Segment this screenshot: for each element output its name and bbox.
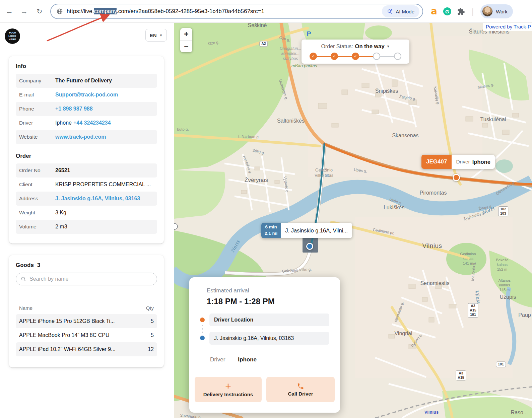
status-step: ✓ [352, 53, 359, 60]
route-dots [202, 332, 203, 333]
ai-search-icon [387, 8, 393, 14]
destination-dot[interactable] [306, 243, 313, 250]
status-label: Order Status: [321, 44, 353, 50]
row-label: Driver [19, 120, 55, 126]
destination-dot-icon [200, 336, 205, 340]
goods-row: APPLE iPhone 15 Pro 512GB Black Ti...5 [16, 314, 157, 328]
zoom-in-button[interactable]: + [180, 28, 192, 40]
powered-by-link[interactable]: Powered by Track-P [483, 23, 532, 31]
goods-qty: 12 [148, 346, 154, 352]
driver-field-value: Iphone [238, 356, 257, 363]
detail-row: AddressJ. Jasinskio g.16A, Vilnius, 0316… [16, 192, 157, 206]
driver-marker-label[interactable]: JEG407 DriverIphone [421, 155, 495, 169]
profile-name: Work [496, 9, 508, 14]
goods-search-input[interactable] [29, 276, 152, 282]
goods-card: Goods3 Name Qty APPLE iPhone 15 Pro 512G… [9, 255, 164, 367]
language-value: EN [150, 32, 157, 38]
status-stepper: ✓✓✓ [302, 53, 409, 60]
step-connector [380, 56, 394, 57]
row-label: Website [19, 134, 55, 140]
driver-name: Iphone [472, 159, 490, 165]
vehicle-plate: JEG407 [421, 155, 452, 169]
route-dots [202, 328, 203, 330]
company-logo: YOUR LOGO HERE [5, 28, 20, 44]
goods-table-header: Name Qty [16, 302, 157, 314]
order-section-title: Order [16, 153, 157, 159]
forward-icon[interactable]: → [17, 4, 31, 19]
tracking-map[interactable]: ŠeškinėŠiaurės miestelisŠnipiškėsTuskulė… [174, 23, 532, 418]
status-step: ✓ [331, 53, 338, 60]
goods-count: 3 [37, 262, 40, 269]
call-driver-button[interactable]: Call Driver [266, 377, 335, 402]
value-link[interactable]: J. Jasinskio g.16A, Vilnius, 03163 [55, 196, 140, 202]
driver-field-label: Driver [210, 356, 225, 363]
row-label: Client [19, 182, 55, 188]
goods-qty: 5 [151, 332, 154, 338]
chevron-down-icon[interactable]: ▼ [387, 45, 390, 48]
globe-icon [56, 8, 63, 15]
detail-row: E-mailSupport@track-pod.com [16, 88, 157, 102]
value-link[interactable]: +44 324234234 [73, 120, 111, 126]
row-label: Company [19, 78, 55, 84]
row-label: Weight [19, 210, 55, 216]
detail-row: Order No26521 [16, 163, 157, 178]
order-rows: Order No26521ClientKRISP PROPERTIES COMM… [16, 163, 157, 234]
arrival-time: 1:18 PM - 1:28 PM [207, 297, 275, 306]
status-step [394, 53, 401, 60]
detail-row: CompanyThe Future of Delivery [16, 74, 157, 88]
chevron-down-icon: ▼ [159, 33, 162, 37]
goods-search[interactable] [16, 273, 157, 285]
ai-mode-button[interactable]: AI Mode [382, 5, 419, 17]
language-selector[interactable]: EN ▼ [145, 29, 167, 42]
driver-dot-icon [200, 318, 205, 322]
driver-label: Driver [456, 159, 470, 165]
goods-section-title: Goods3 [16, 262, 157, 269]
back-icon[interactable]: ← [2, 4, 17, 19]
eta-time-distance: 6 min 2.1 mi [261, 223, 281, 238]
value-link[interactable]: www.track-pod.com [55, 134, 106, 140]
step-connector [359, 56, 373, 57]
address-bar[interactable]: https://live.company.com/en/2aa058eb-059… [50, 4, 423, 19]
detail-row: Volume2 m3 [16, 220, 157, 234]
reload-icon[interactable]: ↻ [32, 4, 47, 19]
delivery-instructions-button[interactable]: + Delivery Instructions [195, 377, 262, 402]
profile-avatar [482, 6, 493, 17]
row-value: Iphone [55, 120, 72, 126]
plus-icon: + [225, 382, 231, 391]
goods-name: APPLE iPad 10.2" Wi-Fi 64GB Silver 9... [19, 346, 116, 352]
column-name: Name [19, 305, 32, 311]
url-text[interactable]: https://live.company.com/en/2aa058eb-059… [67, 8, 264, 15]
detail-row: Websitewww.track-pod.com [16, 130, 157, 144]
info-order-card: Info CompanyThe Future of DeliveryE-mail… [9, 56, 164, 243]
ai-mode-label: AI Mode [396, 9, 414, 14]
driver-location-dot[interactable] [453, 174, 460, 181]
estimated-arrival-card: Estimated arrival 1:18 PM - 1:28 PM Driv… [189, 277, 340, 413]
detail-row: Phone+1 898 987 988 [16, 102, 157, 116]
route-dots [202, 325, 203, 326]
goods-name: APPLE iPhone 15 Pro 512GB Black Ti... [19, 318, 115, 324]
search-icon [21, 276, 26, 282]
step-connector [317, 56, 331, 57]
eta-address: J. Jasinskio g.16A, Vilni... [281, 223, 352, 238]
row-label: Order No [19, 167, 55, 173]
row-label: Phone [19, 106, 55, 112]
from-location: Driver Location [209, 314, 329, 326]
profile-chip[interactable]: Work [480, 4, 513, 18]
zoom-out-button[interactable]: − [180, 40, 192, 52]
eta-tooltip: 6 min 2.1 mi J. Jasinskio g.16A, Vilni..… [261, 223, 352, 238]
row-label: Volume [19, 224, 55, 230]
amazon-extension-icon[interactable]: a [431, 7, 437, 16]
grammarly-extension-icon[interactable]: G [443, 7, 451, 15]
extensions-puzzle-icon[interactable] [457, 8, 465, 15]
goods-name: APPLE MacBook Pro 14” M3 8C CPU [19, 332, 109, 338]
order-status-card: Order Status: On the way ▼ ✓✓✓ [302, 40, 409, 64]
goods-qty: 5 [151, 318, 154, 324]
status-step [373, 53, 380, 60]
url-selection: company [94, 8, 117, 14]
row-value: The Future of Delivery [55, 78, 112, 84]
value-link[interactable]: Support@track-pod.com [55, 92, 118, 98]
toolbar-divider: | [472, 7, 474, 16]
goods-row: APPLE MacBook Pro 14” M3 8C CPU5 [16, 328, 157, 342]
browser-toolbar: ← → ↻ https://live.company.com/en/2aa058… [0, 0, 532, 23]
value-link[interactable]: +1 898 987 988 [55, 106, 93, 112]
